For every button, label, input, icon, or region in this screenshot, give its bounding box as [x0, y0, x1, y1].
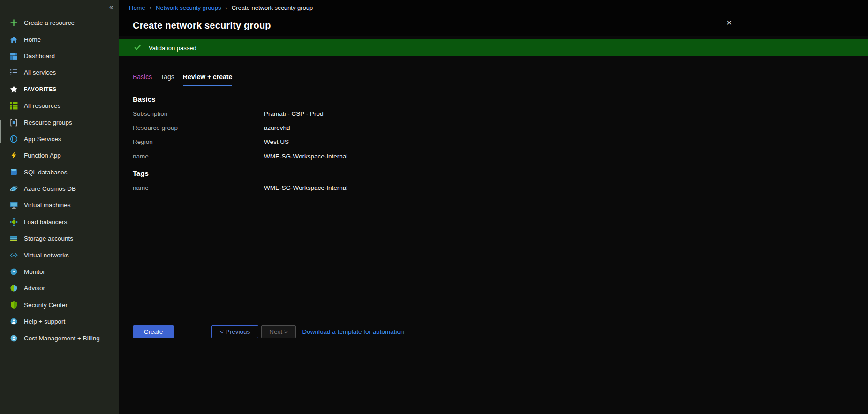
breadcrumb-network-security-groups[interactable]: Network security groups — [156, 4, 221, 11]
sidebar-item-advisor[interactable]: Advisor — [0, 280, 119, 296]
sidebar-item-load-balancers[interactable]: Load balancers — [0, 214, 119, 230]
grid-icon — [10, 102, 18, 110]
page-title: Create network security group — [133, 20, 271, 31]
sidebar-item-label: Storage accounts — [24, 235, 73, 242]
sidebar-item-label: All services — [24, 69, 56, 76]
tab-review-create[interactable]: Review + create — [183, 73, 232, 86]
close-icon[interactable]: × — [726, 18, 732, 27]
sidebar-item-security-center[interactable]: Security Center — [0, 297, 119, 313]
row-value: WME-SG-Workspace-Internal — [264, 184, 347, 191]
breadcrumb: Home › Network security groups › Create … — [119, 0, 868, 15]
sidebar-section-favorites: FAVORITES — [0, 81, 119, 98]
sidebar-item-storage-accounts[interactable]: Storage accounts — [0, 230, 119, 247]
lightning-icon — [10, 151, 18, 159]
validation-banner: Validation passed — [119, 39, 868, 56]
sidebar-item-label: Resource groups — [24, 119, 72, 126]
help-person-icon — [10, 317, 18, 325]
resource-groups-icon — [10, 119, 18, 127]
sidebar-item-virtual-machines[interactable]: Virtual machines — [0, 197, 119, 213]
shield-icon — [10, 301, 18, 309]
storage-icon — [10, 234, 18, 242]
sidebar-item-label: App Services — [24, 135, 61, 143]
globe-icon — [10, 135, 18, 143]
row-value: Pramati - CSP - Prod — [264, 110, 324, 117]
list-icon — [10, 68, 18, 76]
row-label: Region — [133, 138, 264, 145]
review-row-tag-name: name WME-SG-Workspace-Internal — [133, 181, 868, 195]
breadcrumb-current: Create network security group — [232, 4, 313, 11]
sidebar-item-monitor[interactable]: Monitor — [0, 263, 119, 280]
review-row-name: name WME-SG-Workspace-Internal — [133, 149, 868, 163]
sidebar-item-sql-databases[interactable]: SQL databases — [0, 164, 119, 181]
row-label: Resource group — [133, 124, 264, 131]
sidebar-item-create-a-resource[interactable]: Create a resource — [0, 15, 119, 31]
sidebar-item-home[interactable]: Home — [0, 31, 119, 47]
billing-person-icon — [10, 334, 18, 342]
gauge-icon — [10, 268, 18, 276]
validation-text: Validation passed — [149, 45, 196, 52]
monitor-screen-icon — [10, 201, 18, 209]
next-button[interactable]: Next > — [261, 325, 295, 338]
review-row-resource-group: Resource group azurevhd — [133, 120, 868, 135]
sidebar-item-label: Dashboard — [24, 53, 55, 60]
check-icon — [133, 43, 142, 53]
review-row-subscription: Subscription Pramati - CSP - Prod — [133, 106, 868, 120]
row-label: name — [133, 153, 264, 160]
cosmos-db-icon — [10, 185, 18, 193]
sidebar-item-label: Home — [24, 36, 41, 43]
sidebar-item-help-support[interactable]: Help + support — [0, 313, 119, 330]
sidebar-item-label: Create a resource — [24, 19, 75, 26]
chevron-right-icon: › — [150, 4, 151, 11]
download-template-link[interactable]: Download a template for automation — [302, 328, 404, 335]
sidebar-item-azure-cosmos-db[interactable]: Azure Cosmos DB — [0, 181, 119, 197]
sidebar-section-label: FAVORITES — [24, 86, 57, 92]
sidebar-item-resource-groups[interactable]: Resource groups — [0, 114, 119, 130]
sidebar-item-label: Virtual networks — [24, 252, 69, 259]
sidebar-item-label: Virtual machines — [24, 202, 71, 209]
star-icon — [10, 85, 18, 93]
load-balancer-icon — [10, 218, 18, 226]
footer-bar: Create < Previous Next > Download a temp… — [119, 311, 868, 414]
plus-icon — [10, 19, 18, 27]
sidebar-item-dashboard[interactable]: Dashboard — [0, 48, 119, 64]
sidebar-item-all-resources[interactable]: All resources — [0, 98, 119, 114]
row-label: Subscription — [133, 110, 264, 117]
review-row-region: Region West US — [133, 135, 868, 149]
chevron-right-icon: › — [225, 4, 227, 11]
tags-heading: Tags — [133, 169, 868, 177]
tab-basics[interactable]: Basics — [133, 73, 152, 86]
basics-heading: Basics — [133, 95, 868, 103]
sidebar-scrollbar-thumb[interactable] — [0, 120, 1, 143]
sidebar: « Create a resource Home Dashboard All s… — [0, 0, 119, 414]
sidebar-item-label: SQL databases — [24, 169, 68, 176]
collapse-sidebar-icon[interactable]: « — [109, 3, 113, 11]
tab-bar: Basics Tags Review + create — [133, 73, 868, 86]
home-icon — [10, 36, 18, 44]
row-value: West US — [264, 138, 289, 145]
blade-titlebar: Create network security group — [119, 15, 868, 36]
row-value: WME-SG-Workspace-Internal — [264, 153, 347, 160]
sidebar-item-label: Advisor — [24, 285, 45, 292]
sidebar-item-label: Cost Management + Billing — [24, 335, 100, 342]
sidebar-item-all-services[interactable]: All services — [0, 64, 119, 81]
sidebar-item-label: Security Center — [24, 301, 68, 309]
database-icon — [10, 168, 18, 176]
advisor-icon — [10, 284, 18, 292]
sidebar-item-label: Azure Cosmos DB — [24, 185, 76, 192]
tab-tags[interactable]: Tags — [160, 73, 174, 86]
previous-button[interactable]: < Previous — [211, 325, 258, 338]
sidebar-item-virtual-networks[interactable]: Virtual networks — [0, 247, 119, 263]
row-label: name — [133, 184, 264, 191]
sidebar-nav: Create a resource Home Dashboard All ser… — [0, 0, 119, 346]
sidebar-item-label: Help + support — [24, 318, 65, 325]
create-button[interactable]: Create — [133, 325, 174, 338]
sidebar-item-label: Monitor — [24, 268, 45, 275]
breadcrumb-home[interactable]: Home — [129, 4, 145, 11]
sidebar-item-label: Function App — [24, 152, 61, 159]
sidebar-item-function-app[interactable]: Function App — [0, 147, 119, 164]
sidebar-item-app-services[interactable]: App Services — [0, 131, 119, 147]
review-content: Basics Tags Review + create Basics Subsc… — [119, 56, 868, 195]
footer-actions: Create < Previous Next > Download a temp… — [133, 325, 868, 338]
dashboard-icon — [10, 52, 18, 60]
sidebar-item-cost-management-billing[interactable]: Cost Management + Billing — [0, 330, 119, 346]
